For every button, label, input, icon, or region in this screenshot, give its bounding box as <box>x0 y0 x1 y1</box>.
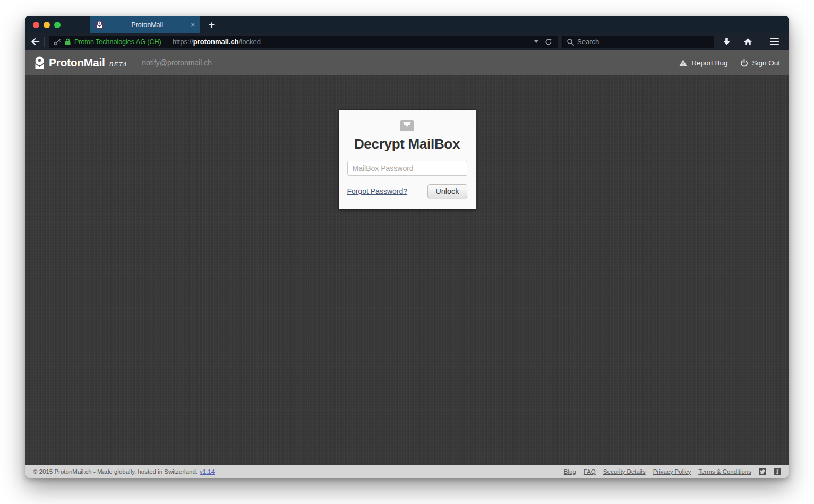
tab-protonmail[interactable]: ProtonMail × <box>90 16 200 33</box>
sign-out-button[interactable]: Sign Out <box>740 59 780 67</box>
new-tab-button[interactable]: + <box>209 20 215 30</box>
urlbar-separator <box>167 38 167 46</box>
reload-icon[interactable] <box>545 38 552 46</box>
url-domain: protonmail.ch <box>193 38 239 46</box>
app-header: ProtonMail BETA notify@protonmail.ch Rep… <box>25 50 789 75</box>
beta-tag: BETA <box>109 61 127 68</box>
downloads-icon[interactable] <box>718 38 735 46</box>
report-bug-label: Report Bug <box>691 59 727 67</box>
footer-link-privacy-policy[interactable]: Privacy Policy <box>653 468 691 475</box>
zoom-window-button[interactable] <box>54 22 61 28</box>
footer: © 2015 ProtonMail.ch - Made globally, ho… <box>25 465 789 478</box>
url-scheme: https:// <box>173 38 193 46</box>
key-icon <box>54 38 61 46</box>
url-bar[interactable]: Proton Technologies AG (CH) https://prot… <box>49 36 558 48</box>
tab-title: ProtonMail <box>108 21 186 29</box>
search-icon <box>567 38 574 46</box>
mailbox-password-input[interactable] <box>347 161 467 176</box>
page-url: https://protonmail.ch/locked <box>173 38 261 46</box>
site-identity-label: Proton Technologies AG (CH) <box>74 38 161 46</box>
site-identity-button[interactable]: Proton Technologies AG (CH) <box>64 38 161 46</box>
sign-out-label: Sign Out <box>752 59 780 67</box>
unlock-button[interactable]: Unlock <box>427 184 467 198</box>
search-input[interactable] <box>577 38 710 46</box>
facebook-icon[interactable]: f <box>774 468 781 475</box>
main-content: Decrypt MailBox Forgot Password? Unlock <box>25 75 789 465</box>
browser-window: ProtonMail × + <box>25 16 789 478</box>
search-bar[interactable] <box>562 36 714 48</box>
back-button[interactable] <box>31 38 40 46</box>
minimize-window-button[interactable] <box>44 22 50 28</box>
inbox-tray-icon <box>347 119 467 132</box>
forgot-password-link[interactable]: Forgot Password? <box>347 187 408 195</box>
url-path: /locked <box>239 38 261 46</box>
brand-name: ProtonMail <box>49 56 105 69</box>
footer-link-terms-conditions[interactable]: Terms & Conditions <box>698 468 751 475</box>
toolbar-divider <box>44 37 45 47</box>
power-icon <box>740 59 748 67</box>
decrypt-mailbox-card: Decrypt MailBox Forgot Password? Unlock <box>339 110 476 209</box>
navigation-toolbar: Proton Technologies AG (CH) https://prot… <box>25 33 789 50</box>
card-title: Decrypt MailBox <box>347 136 467 152</box>
footer-link-security-details[interactable]: Security Details <box>603 468 646 475</box>
copyright-text: © 2015 ProtonMail.ch - Made globally, ho… <box>33 468 198 475</box>
protonmail-favicon-icon <box>95 21 104 29</box>
menu-icon[interactable] <box>766 38 783 46</box>
home-icon[interactable] <box>739 38 757 46</box>
toolbar-divider <box>761 37 761 47</box>
footer-link-blog[interactable]: Blog <box>564 468 576 475</box>
account-email: notify@protonmail.ch <box>142 58 212 67</box>
urlbar-dropdown-icon[interactable] <box>534 40 538 43</box>
report-bug-button[interactable]: Report Bug <box>679 59 727 67</box>
twitter-icon[interactable] <box>759 468 766 475</box>
lock-icon <box>64 38 71 46</box>
footer-link-faq[interactable]: FAQ <box>584 468 596 475</box>
warning-icon <box>679 59 688 67</box>
traffic-lights <box>25 16 61 33</box>
close-window-button[interactable] <box>33 22 39 28</box>
tab-close-icon[interactable]: × <box>191 21 195 28</box>
brand: ProtonMail BETA <box>34 56 127 70</box>
version-link[interactable]: v1.14 <box>200 468 215 475</box>
tab-bar: ProtonMail × + <box>25 16 789 33</box>
protonmail-logo-icon <box>34 56 45 70</box>
